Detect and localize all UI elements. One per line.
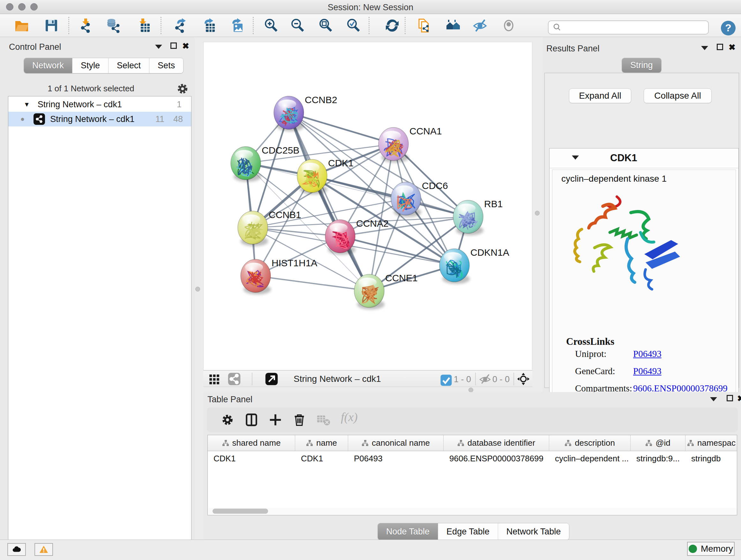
zoom-selected-icon[interactable] (345, 17, 362, 34)
show-all-icon[interactable] (500, 17, 518, 34)
tab-style[interactable]: Style (72, 58, 108, 73)
network-collection-row[interactable]: ▼ String Network – cdk1 1 (8, 97, 191, 112)
horizontal-scrollbar[interactable] (208, 508, 736, 514)
table-cell[interactable]: CDK1 (208, 451, 295, 466)
network-share-icon[interactable] (227, 372, 241, 386)
table-cell[interactable]: stringdb (685, 451, 737, 466)
table-cell[interactable]: stringdb:9... (630, 451, 685, 466)
cloud-status-button[interactable] (7, 543, 26, 556)
node-CCNB1[interactable]: CCNB1 (238, 209, 301, 246)
search-input[interactable] (562, 22, 708, 33)
column-header-shared-name[interactable]: shared name (208, 435, 295, 451)
refresh-icon[interactable] (383, 17, 401, 34)
control-panel-title: Control Panel (9, 42, 61, 52)
zoom-in-icon[interactable] (262, 17, 280, 34)
fit-selected-crosshair-icon[interactable] (517, 372, 530, 386)
search-field[interactable] (548, 20, 709, 35)
gene-section-header[interactable]: CDK1 (549, 148, 738, 168)
export-network-icon[interactable] (172, 17, 190, 34)
node-CCNE1[interactable]: CCNE1 (354, 273, 418, 309)
close-panel-icon[interactable]: ✖ (182, 41, 189, 51)
table-cell[interactable]: 9606.ENSP00000378699 (444, 451, 549, 466)
open-session-icon[interactable] (13, 17, 30, 34)
network-canvas[interactable]: CCNB2CCNA1CDC25BCDK1CDC6RB1CCNB1CCNA2CDK… (203, 42, 532, 370)
delete-column-trash-icon[interactable] (292, 413, 307, 427)
column-header-canonical-name[interactable]: canonical name (348, 435, 444, 451)
node-CCNB2[interactable]: CCNB2 (274, 95, 337, 131)
node-label-CCNE1: CCNE1 (385, 273, 418, 283)
hidden-eye-slash-icon[interactable] (478, 372, 492, 386)
column-header-name[interactable]: name (295, 435, 348, 451)
collapse-section-icon[interactable] (572, 155, 579, 160)
network-options-gear-icon[interactable] (176, 82, 190, 96)
save-session-icon[interactable] (43, 17, 60, 34)
node-CDKN1A[interactable]: CDKN1A (440, 247, 509, 284)
birds-eye-grid-icon[interactable] (208, 372, 221, 386)
tab-select[interactable]: Select (108, 58, 149, 73)
table-options-gear-icon[interactable] (220, 413, 235, 427)
expand-all-button[interactable]: Expand All (569, 88, 631, 103)
add-column-icon[interactable] (268, 413, 283, 427)
edge-HIST1H1A-CCNE1[interactable] (256, 276, 369, 291)
tab-node-table[interactable]: Node Table (378, 523, 438, 540)
selected-checkbox-icon[interactable] (440, 374, 450, 384)
table-cell[interactable]: cyclin–dependent ... (549, 451, 630, 466)
export-image-icon[interactable] (227, 17, 245, 34)
clone-network-icon[interactable] (415, 17, 433, 34)
node-CDC25B[interactable]: CDC25B (231, 145, 299, 182)
zoom-out-icon[interactable] (289, 17, 307, 34)
import-database-icon[interactable] (105, 17, 123, 34)
tab-network[interactable]: Network (24, 58, 72, 73)
panel-menu-icon[interactable] (710, 397, 717, 401)
help-icon[interactable]: ? (721, 21, 736, 36)
results-panel: Results Panel ✖ String Expand All Collap… (542, 37, 741, 392)
crosslink-link[interactable]: P06493 (633, 366, 662, 376)
node-CDK1[interactable]: CDK1 (297, 158, 354, 194)
tab-sets[interactable]: Sets (149, 58, 183, 73)
hide-selected-icon[interactable] (471, 17, 489, 34)
protein-structure-image (565, 192, 686, 302)
column-header-namespac[interactable]: namespac (685, 435, 737, 451)
float-panel-icon[interactable] (171, 43, 177, 49)
export-table-icon[interactable] (199, 17, 217, 34)
tab-network-table[interactable]: Network Table (498, 523, 569, 540)
network-row-selected[interactable]: ● String Network – cdk1 11 48 (8, 112, 191, 126)
close-panel-icon[interactable]: ✖ (737, 394, 741, 403)
expander-icon[interactable]: ▼ (23, 101, 30, 108)
edge-CCNB2-CCNA1[interactable] (289, 113, 394, 144)
import-table-icon[interactable] (134, 17, 152, 34)
column-header-description[interactable]: description (549, 435, 630, 451)
panel-menu-icon[interactable] (155, 45, 162, 49)
first-neighbors-icon[interactable] (444, 17, 462, 34)
tab-string[interactable]: String (622, 58, 661, 72)
crosslink-link[interactable]: P06493 (633, 349, 662, 359)
float-panel-icon[interactable] (717, 44, 723, 50)
left-splitter-handle[interactable] (195, 287, 200, 292)
divider (252, 373, 253, 385)
memory-button[interactable]: Memory (687, 542, 735, 556)
table-cell[interactable]: CDK1 (295, 451, 348, 466)
node-CCNA2[interactable]: CCNA2 (325, 218, 389, 255)
import-network-icon[interactable] (77, 17, 95, 34)
open-in-window-icon[interactable] (265, 372, 278, 386)
close-panel-icon[interactable]: ✖ (729, 43, 736, 52)
right-splitter-handle[interactable] (535, 211, 540, 215)
table-cell[interactable]: P06493 (348, 451, 444, 466)
node-CCNA1[interactable]: CCNA1 (379, 126, 442, 163)
node-CDC6[interactable]: CDC6 (391, 180, 448, 217)
node-HIST1H1A[interactable]: HIST1H1A (241, 258, 317, 294)
node-RB1[interactable]: RB1 (453, 199, 502, 235)
collapse-all-button[interactable]: Collapse All (644, 88, 712, 103)
zoom-fit-icon[interactable] (317, 17, 335, 34)
network-graph[interactable]: CCNB2CCNA1CDC25BCDK1CDC6RB1CCNB1CCNA2CDK… (204, 42, 532, 370)
scrollbar-thumb[interactable] (212, 509, 268, 514)
warnings-button[interactable] (35, 543, 53, 556)
panel-menu-icon[interactable] (701, 46, 708, 50)
float-panel-icon[interactable] (727, 395, 733, 401)
tab-edge-table[interactable]: Edge Table (438, 523, 498, 540)
column-header-database-identifier[interactable]: database identifier (444, 435, 549, 451)
bottom-splitter-handle[interactable] (468, 388, 473, 392)
column-header-@id[interactable]: @id (630, 435, 685, 451)
node-table[interactable]: shared nameCDK1nameCDK1canonical nameP06… (207, 435, 737, 515)
show-columns-icon[interactable] (244, 413, 259, 427)
